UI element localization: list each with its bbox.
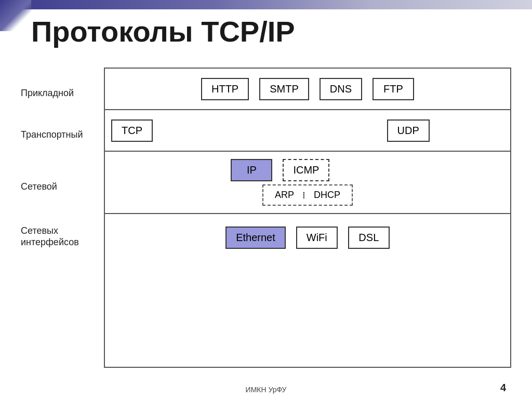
- proto-arp: ARP: [269, 188, 300, 203]
- top-decorative-bar: [0, 0, 532, 9]
- label-network: Сетевой: [21, 156, 104, 218]
- proto-dhcp: DHCP: [308, 188, 347, 203]
- layer-labels: Прикладной Транспортный Сетевой Сетевых …: [21, 68, 104, 368]
- label-application: Прикладной: [21, 73, 104, 114]
- proto-udp: UDP: [387, 119, 430, 142]
- proto-smtp: SMTP: [259, 78, 309, 100]
- page-number: 4: [500, 382, 506, 394]
- proto-tcp: TCP: [111, 119, 153, 142]
- datalink-layer-row: Ethernet WiFi DSL: [105, 214, 510, 261]
- proto-ip: IP: [231, 159, 272, 181]
- proto-dns: DNS: [320, 78, 362, 100]
- proto-wifi: WiFi: [296, 227, 338, 249]
- corner-decoration: [0, 0, 31, 31]
- protocol-diagram: HTTP SMTP DNS FTP TCP UDP IP ICMP ARP ⁞: [104, 68, 511, 368]
- label-datalink: Сетевых интерфейсов: [21, 218, 104, 265]
- footer-text: ИМКН УрФУ: [246, 385, 287, 394]
- diagram-area: Прикладной Транспортный Сетевой Сетевых …: [21, 68, 511, 368]
- proto-dsl: DSL: [348, 227, 390, 249]
- label-transport: Транспортный: [21, 114, 104, 156]
- footer: ИМКН УрФУ: [0, 385, 532, 394]
- proto-ethernet: Ethernet: [225, 227, 286, 249]
- network-top-protocols: IP ICMP: [111, 159, 504, 181]
- page-title: Протоколы TCP/IP: [31, 15, 295, 48]
- network-bottom-protocols: ARP ⁞ DHCP: [111, 184, 504, 206]
- proto-http: HTTP: [201, 78, 249, 100]
- proto-icmp: ICMP: [283, 159, 329, 181]
- network-layer-row: IP ICMP ARP ⁞ DHCP: [105, 152, 510, 214]
- proto-ftp: FTP: [373, 78, 414, 100]
- transport-layer-row: TCP UDP: [105, 110, 510, 152]
- application-layer-row: HTTP SMTP DNS FTP: [105, 69, 510, 110]
- arp-dhcp-group: ARP ⁞ DHCP: [262, 184, 353, 206]
